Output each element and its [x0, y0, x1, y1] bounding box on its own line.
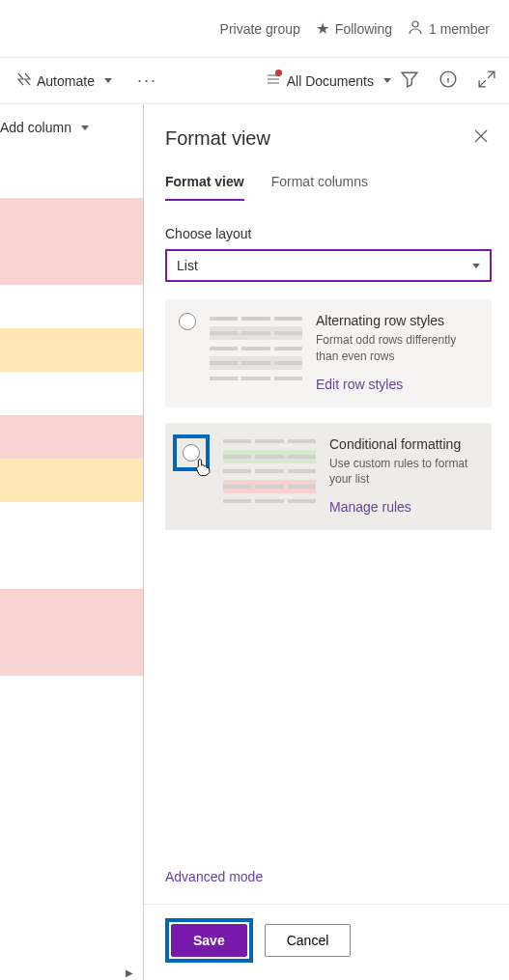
- filter-icon[interactable]: [401, 70, 418, 91]
- person-icon: [408, 19, 423, 38]
- list-row[interactable]: [0, 372, 143, 415]
- choose-layout-label: Choose layout: [165, 226, 492, 241]
- alternating-radio[interactable]: [179, 313, 196, 330]
- star-icon: ★: [316, 19, 329, 38]
- add-column-label: Add column: [0, 120, 71, 135]
- list-row[interactable]: [0, 328, 143, 372]
- list-row[interactable]: [0, 154, 143, 198]
- manage-rules-link[interactable]: Manage rules: [329, 499, 478, 515]
- list-row[interactable]: [0, 546, 143, 589]
- layout-dropdown[interactable]: List: [165, 249, 492, 282]
- tab-format-view[interactable]: Format view: [165, 174, 244, 201]
- close-icon[interactable]: [470, 126, 492, 151]
- conditional-preview-icon: [223, 436, 316, 516]
- notification-dot-icon: [275, 70, 282, 76]
- svg-point-0: [412, 21, 418, 27]
- panel-tabs: Format view Format columns: [165, 174, 492, 201]
- tutorial-highlight-save: Save: [165, 918, 253, 963]
- list-row[interactable]: [0, 589, 143, 632]
- conditional-desc: Use custom rules to format your list: [329, 456, 478, 489]
- members-count[interactable]: 1 member: [408, 19, 490, 38]
- list-rows: [0, 154, 143, 676]
- members-label: 1 member: [429, 21, 490, 37]
- alternating-preview-icon: [210, 313, 302, 392]
- automate-button[interactable]: Automate: [8, 66, 120, 96]
- following-toggle[interactable]: ★ Following: [316, 19, 392, 38]
- following-label: Following: [335, 21, 392, 37]
- chevron-down-icon: [472, 264, 480, 268]
- format-view-panel: Format view Format view Format columns C…: [143, 104, 509, 980]
- group-privacy: Private group: [220, 21, 300, 37]
- conditional-radio[interactable]: [183, 444, 200, 462]
- info-icon[interactable]: [439, 70, 457, 91]
- conditional-title: Conditional formatting: [329, 436, 478, 452]
- edit-row-styles-link[interactable]: Edit row styles: [316, 377, 478, 392]
- more-actions-button[interactable]: ···: [129, 70, 165, 91]
- chevron-down-icon: [104, 78, 112, 83]
- panel-footer: Save Cancel: [144, 904, 509, 980]
- alternating-desc: Format odd rows differently than even ro…: [316, 332, 478, 365]
- view-selector-label: All Documents: [287, 73, 374, 89]
- scroll-right-icon[interactable]: ▶: [126, 967, 133, 978]
- advanced-mode-link[interactable]: Advanced mode: [165, 869, 492, 884]
- chevron-down-icon: [383, 78, 391, 83]
- tab-format-columns[interactable]: Format columns: [271, 174, 368, 201]
- panel-title: Format view: [165, 127, 270, 150]
- add-column-button[interactable]: Add column: [0, 104, 143, 154]
- list-row[interactable]: [0, 415, 143, 459]
- list-view-icon: [266, 71, 281, 90]
- cancel-button[interactable]: Cancel: [265, 924, 352, 957]
- chevron-down-icon: [81, 126, 89, 130]
- alternating-title: Alternating row styles: [316, 313, 478, 328]
- layout-dropdown-value: List: [177, 258, 198, 273]
- list-row[interactable]: [0, 285, 143, 328]
- list-area: Add column ▶: [0, 104, 143, 980]
- group-privacy-label: Private group: [220, 21, 300, 37]
- site-header: Private group ★ Following 1 member: [0, 0, 509, 58]
- list-row[interactable]: [0, 241, 143, 285]
- list-row[interactable]: [0, 632, 143, 676]
- view-selector[interactable]: All Documents: [266, 71, 391, 90]
- tutorial-highlight-radio: [173, 434, 210, 471]
- list-row[interactable]: [0, 459, 143, 502]
- expand-icon[interactable]: [478, 70, 495, 91]
- command-bar: Automate ··· All Documents: [0, 58, 509, 104]
- option-conditional-formatting: Conditional formatting Use custom rules …: [165, 423, 492, 531]
- automate-label: Automate: [37, 73, 95, 89]
- option-alternating-rows: Alternating row styles Format odd rows d…: [165, 299, 492, 407]
- list-row[interactable]: [0, 198, 143, 241]
- save-button[interactable]: Save: [171, 924, 247, 957]
- flow-icon: [15, 71, 31, 90]
- list-row[interactable]: [0, 502, 143, 546]
